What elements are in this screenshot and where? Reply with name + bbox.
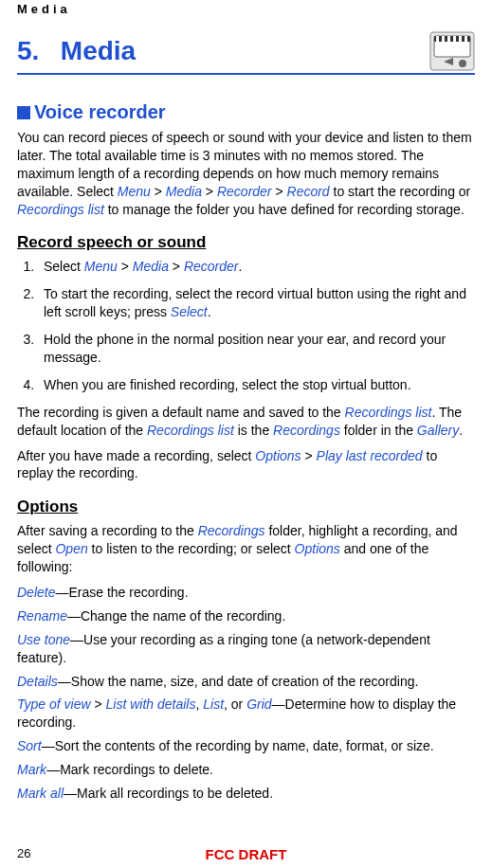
text: .	[239, 259, 243, 274]
intro-paragraph: You can record pieces of speech or sound…	[17, 129, 475, 218]
option-details: Details—Show the name, size, and date of…	[17, 673, 475, 691]
option-text: —Mark recordings to delete.	[46, 762, 213, 777]
option-rename: Rename—Change the name of the recording.	[17, 607, 475, 625]
chapter-number: 5.	[17, 36, 39, 65]
option-mark: Mark—Mark recordings to delete.	[17, 761, 475, 779]
text: to listen to the recording; or select	[88, 541, 295, 556]
option-text: —Show the name, size, and date of creati…	[58, 674, 419, 689]
after-steps-p1: The recording is given a default name an…	[17, 404, 475, 440]
grid-link: Grid	[246, 696, 271, 712]
subsection-record: Record speech or sound	[17, 233, 475, 252]
text: folder in the	[340, 423, 417, 438]
text: , or	[224, 696, 246, 712]
text: After saving a recording to the	[17, 523, 198, 538]
section-title: Voice recorder	[34, 101, 166, 123]
text: to manage the folder you have defined fo…	[104, 202, 465, 217]
options-link: Options	[255, 448, 301, 463]
running-header: Media	[17, 2, 475, 16]
text: >	[169, 259, 184, 274]
text: >	[301, 448, 317, 463]
options-intro: After saving a recording to the Recordin…	[17, 522, 475, 576]
gallery-link: Gallery	[417, 423, 459, 438]
page-number: 26	[17, 846, 30, 860]
option-key: Mark all	[17, 786, 64, 801]
svg-rect-8	[465, 36, 467, 42]
record-link: Record	[287, 184, 330, 199]
svg-rect-4	[442, 36, 445, 42]
menu-link: Menu	[118, 184, 151, 199]
recordings-link: Recordings	[273, 423, 340, 438]
chapter-title: Media	[61, 36, 136, 65]
step-4: When you are finished recording, select …	[38, 376, 475, 394]
text: >	[202, 184, 217, 199]
option-markall: Mark all—Mark all recordings to be delet…	[17, 785, 475, 803]
play-last-link: Play last recorded	[317, 448, 423, 463]
text: is the	[234, 423, 273, 438]
open-link: Open	[55, 541, 87, 556]
option-typeview: Type of view > List with details, List, …	[17, 696, 475, 732]
recordings-list-link: Recordings list	[345, 405, 432, 420]
recordings-list-link: Recordings list	[17, 202, 104, 217]
option-text: —Sort the contents of the recording by n…	[42, 738, 434, 753]
footer: 26 FCC DRAFT	[17, 846, 475, 860]
option-sort: Sort—Sort the contents of the recording …	[17, 737, 475, 755]
section-bullet-icon	[17, 106, 30, 119]
option-key: Type of view	[17, 696, 91, 712]
option-key: Details	[17, 674, 58, 689]
text: >	[151, 184, 166, 199]
after-steps-p2: After you have made a recording, select …	[17, 447, 475, 483]
select-link: Select	[171, 304, 208, 319]
step-3: Hold the phone in the normal position ne…	[38, 331, 475, 367]
text: to start the recording or	[330, 184, 471, 199]
chapter-heading: 5. Media	[17, 31, 475, 75]
text: >	[118, 259, 133, 274]
option-key: Rename	[17, 608, 67, 624]
fcc-draft-label: FCC DRAFT	[206, 846, 287, 862]
recordings-list-link: Recordings list	[147, 423, 234, 438]
text: >	[91, 696, 106, 712]
option-key: Use tone	[17, 632, 70, 647]
list-link: List	[203, 696, 224, 712]
media-icon	[429, 31, 475, 71]
option-key: Mark	[17, 762, 46, 777]
recorder-link: Recorder	[217, 184, 272, 199]
text: .	[208, 304, 211, 319]
section-heading: Voice recorder	[17, 101, 475, 123]
svg-rect-3	[436, 36, 439, 42]
svg-point-9	[459, 60, 466, 67]
chapter-title-wrap: 5. Media	[17, 36, 136, 66]
steps-list: Select Menu > Media > Recorder. To start…	[17, 258, 475, 393]
list-with-details-link: List with details	[106, 696, 196, 712]
recorder-link: Recorder	[184, 259, 239, 274]
option-usetone: Use tone—Use your recording as a ringing…	[17, 631, 475, 667]
option-text: —Change the name of the recording.	[67, 608, 285, 624]
option-text: —Erase the recording.	[55, 585, 188, 600]
step-2: To start the recording, select the recor…	[38, 285, 475, 321]
svg-rect-7	[459, 36, 462, 42]
svg-rect-6	[453, 36, 456, 42]
recordings-link: Recordings	[198, 523, 265, 538]
option-text: —Use your recording as a ringing tone (a…	[17, 632, 430, 665]
text: Select	[44, 259, 84, 274]
text: The recording is given a default name an…	[17, 405, 345, 420]
options-link: Options	[295, 541, 340, 556]
subsection-options: Options	[17, 497, 475, 516]
text: To start the recording, select the recor…	[44, 286, 466, 319]
media-link: Media	[166, 184, 202, 199]
option-text: —Mark all recordings to be deleted.	[64, 786, 273, 801]
media-link: Media	[133, 259, 169, 274]
menu-link: Menu	[84, 259, 118, 274]
option-key: Delete	[17, 585, 55, 600]
text: After you have made a recording, select	[17, 448, 255, 463]
text: .	[459, 423, 463, 438]
step-1: Select Menu > Media > Recorder.	[38, 258, 475, 276]
svg-rect-5	[447, 36, 450, 42]
option-key: Sort	[17, 738, 42, 753]
text: >	[272, 184, 287, 199]
option-delete: Delete—Erase the recording.	[17, 584, 475, 602]
